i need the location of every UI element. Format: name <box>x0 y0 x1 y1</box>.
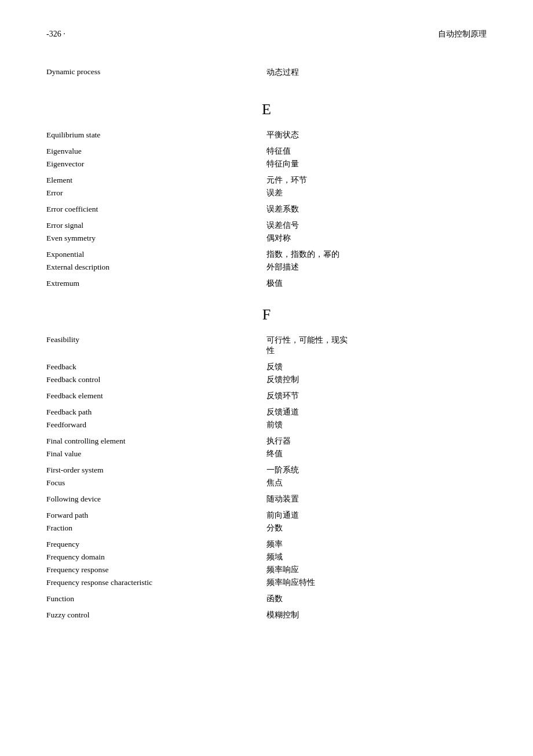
list-item: Error 误差 <box>46 188 487 198</box>
entry-chinese: 前馈 <box>266 420 487 430</box>
list-item: Function 函数 <box>46 594 487 604</box>
entry-chinese: 外部描述 <box>266 262 487 272</box>
entry-chinese: 反馈 <box>266 362 487 372</box>
entry-english: Final controlling element <box>46 437 266 446</box>
entry-chinese: 终值 <box>266 449 487 459</box>
entry-english: Feasibility <box>46 335 266 356</box>
list-item: Final controlling element 执行器 <box>46 436 487 446</box>
entry-chinese: 指数，指数的，幂的 <box>266 249 487 260</box>
entry-chinese: 频域 <box>266 552 487 562</box>
forward-path-chinese: 前向通道 <box>266 510 487 521</box>
entry-english: Feedforward <box>46 420 266 430</box>
entry-english: External description <box>46 263 266 272</box>
entry-chinese: 偶对称 <box>266 233 487 243</box>
list-item: Element 元件，环节 <box>46 175 487 186</box>
list-item: Feasibility 可行性，可能性，现实性 <box>46 335 487 356</box>
page-header: -326 · 自动控制原理 <box>46 29 487 44</box>
list-item: Exponential 指数，指数的，幂的 <box>46 249 487 260</box>
book-title: 自动控制原理 <box>438 29 487 39</box>
list-item: Feedforward 前馈 <box>46 420 487 430</box>
entry-english: Focus <box>46 478 266 488</box>
entry-english: Error coefficient <box>46 205 266 214</box>
forward-path-row: Forward path 前向通道 <box>46 510 487 521</box>
entry-english: Extremum <box>46 279 266 288</box>
list-item: Equilibrium state 平衡状态 <box>46 130 487 140</box>
entry-chinese: 频率响应特性 <box>266 577 487 588</box>
following-device-chinese: 随动装置 <box>266 494 487 504</box>
entry-english: Frequency response characteristic <box>46 578 266 587</box>
section-e-letter: E <box>46 101 487 118</box>
entry-chinese: 误差系数 <box>266 204 487 215</box>
list-item: Fuzzy control 模糊控制 <box>46 610 487 620</box>
section-f-entries: Feasibility 可行性，可能性，现实性 Feedback 反馈 Feed… <box>46 335 487 620</box>
section-f-letter: F <box>46 306 487 324</box>
list-item: Error coefficient 误差系数 <box>46 204 487 215</box>
entry-chinese: 模糊控制 <box>266 610 487 620</box>
list-item: Final value 终值 <box>46 449 487 459</box>
page-number: -326 · <box>46 30 65 39</box>
list-item: Frequency domain 频域 <box>46 552 487 562</box>
entry-english: First-order system <box>46 466 266 475</box>
fraction-english: Fraction <box>46 524 266 533</box>
list-item: Feedback 反馈 <box>46 362 487 372</box>
forward-path-english: Forward path <box>46 511 266 520</box>
list-item: First-order system 一阶系统 <box>46 465 487 475</box>
entry-chinese: 频率 <box>266 539 487 550</box>
entry-english: Error signal <box>46 221 266 230</box>
entry-english: Fuzzy control <box>46 610 266 620</box>
entry-english: Frequency <box>46 540 266 549</box>
entry-chinese: 执行器 <box>266 436 487 446</box>
entry-english: Equilibrium state <box>46 130 266 140</box>
list-item: Focus 焦点 <box>46 478 487 488</box>
entry-chinese: 反馈通道 <box>266 407 487 417</box>
section-e-entries: Equilibrium state 平衡状态 Eigenvalue 特征值 Ei… <box>46 130 487 289</box>
list-item: Even symmetry 偶对称 <box>46 233 487 243</box>
entry-english: Feedback control <box>46 375 266 384</box>
list-item: Extremum 极值 <box>46 278 487 289</box>
dynamic-process-english: Dynamic process <box>46 67 266 78</box>
list-item: Frequency response characteristic 频率响应特性 <box>46 577 487 588</box>
fraction-row: Fraction 分数 <box>46 523 487 533</box>
entry-chinese: 频率响应 <box>266 565 487 575</box>
dynamic-process-chinese: 动态过程 <box>266 67 487 78</box>
list-item: Eigenvalue 特征值 <box>46 146 487 157</box>
entry-english: Eigenvector <box>46 159 266 169</box>
dynamic-process-row: Dynamic process 动态过程 <box>46 67 487 78</box>
entry-chinese: 反馈控制 <box>266 375 487 385</box>
entry-chinese: 误差 <box>266 188 487 198</box>
entry-chinese: 平衡状态 <box>266 130 487 140</box>
list-item: Eigenvector 特征向量 <box>46 159 487 169</box>
entry-chinese: 元件，环节 <box>266 175 487 186</box>
entry-chinese: 一阶系统 <box>266 465 487 475</box>
list-item: Error signal 误差信号 <box>46 220 487 231</box>
entry-english: Exponential <box>46 250 266 259</box>
entry-english: Frequency response <box>46 565 266 575</box>
entry-english: Feedback path <box>46 408 266 417</box>
entry-english: Eigenvalue <box>46 147 266 156</box>
list-item: Frequency response 频率响应 <box>46 565 487 575</box>
fraction-chinese: 分数 <box>266 523 487 533</box>
entry-chinese: 函数 <box>266 594 487 604</box>
entry-chinese: 特征值 <box>266 146 487 157</box>
entry-english: Even symmetry <box>46 234 266 243</box>
entry-english: Frequency domain <box>46 553 266 562</box>
entry-english: Feedback <box>46 362 266 372</box>
list-item: Feedback control 反馈控制 <box>46 375 487 385</box>
entry-chinese: 误差信号 <box>266 220 487 231</box>
list-item: Frequency 频率 <box>46 539 487 550</box>
entry-chinese: 极值 <box>266 278 487 289</box>
following-device-english: Following device <box>46 495 266 504</box>
list-item: Feedback element 反馈环节 <box>46 391 487 401</box>
entry-english: Function <box>46 594 266 604</box>
entry-english: Feedback element <box>46 391 266 401</box>
entry-chinese: 特征向量 <box>266 159 487 169</box>
list-item: External description 外部描述 <box>46 262 487 272</box>
entry-english: Error <box>46 188 266 198</box>
page: -326 · 自动控制原理 Dynamic process 动态过程 E Equ… <box>0 0 533 652</box>
list-item: Feedback path 反馈通道 <box>46 407 487 417</box>
entry-chinese: 焦点 <box>266 478 487 488</box>
entry-chinese: 可行性，可能性，现实性 <box>266 335 487 356</box>
entry-english: Element <box>46 176 266 185</box>
entry-chinese: 反馈环节 <box>266 391 487 401</box>
entry-english: Final value <box>46 449 266 459</box>
